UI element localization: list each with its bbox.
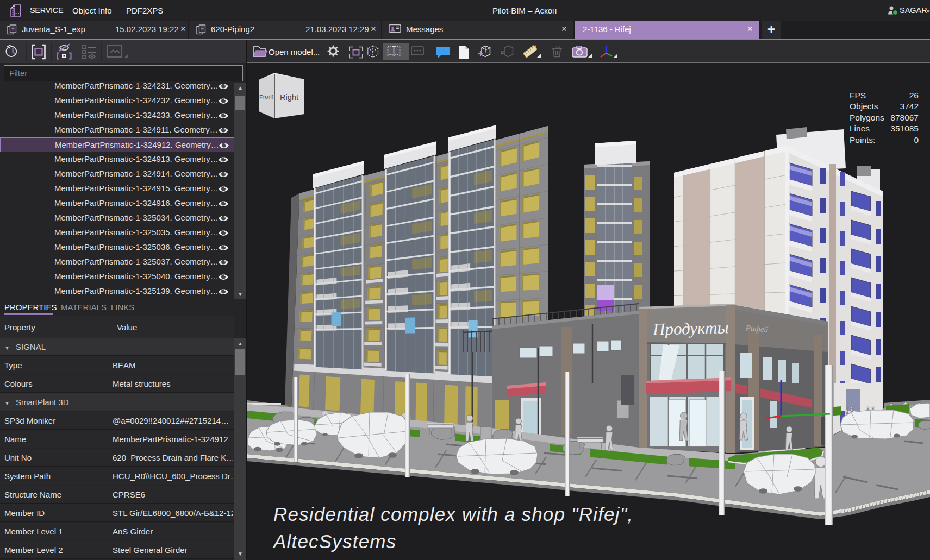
svg-text:Points:: Points: [850,135,875,144]
svg-text:351085: 351085 [890,124,919,133]
svg-text:Right: Right [280,93,298,102]
svg-text:Objects: Objects [850,102,878,111]
svg-text:Residential complex with a sho: Residential complex with a shop "Rifej", [273,504,633,525]
svg-text:Lines: Lines [850,124,870,133]
svg-text:0: 0 [914,135,919,144]
svg-text:26: 26 [909,91,919,100]
svg-text:Polygons: Polygons [850,113,884,122]
svg-text:3742: 3742 [900,102,919,111]
svg-text:Open model...: Open model... [269,47,320,56]
svg-text:FPS: FPS [850,91,866,100]
svg-text:878067: 878067 [890,113,919,122]
svg-text:AltecSystems: AltecSystems [272,531,396,552]
svg-text:Front: Front [259,93,273,100]
svg-text:Продукты: Продукты [652,318,729,339]
